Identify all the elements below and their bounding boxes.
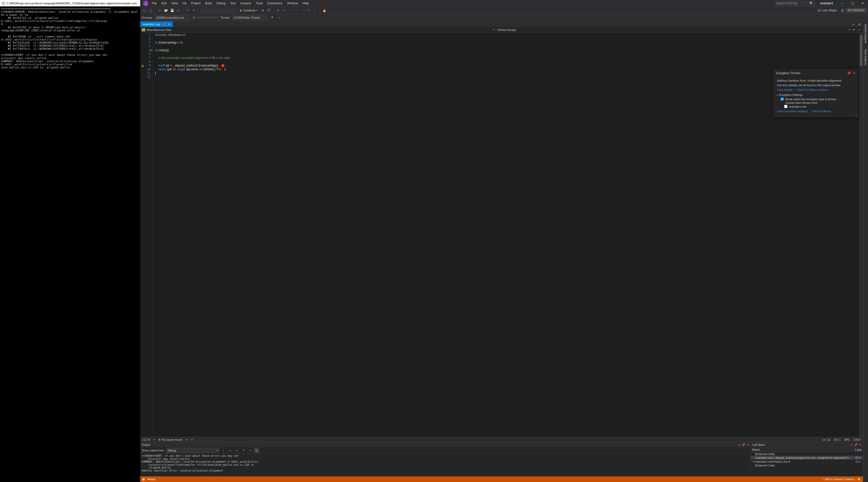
save-all-button[interactable]: 🗃 xyxy=(176,8,181,13)
redo-button[interactable]: ↷ xyxy=(191,8,196,13)
feedback-button[interactable]: 👤 xyxy=(840,8,845,13)
settings-gear-icon[interactable]: ⚙ xyxy=(857,22,862,27)
pin-icon[interactable]: 📌 xyxy=(162,23,166,26)
menu-file[interactable]: File xyxy=(150,1,159,6)
pin-icon[interactable]: 📌 xyxy=(742,443,745,447)
code-area[interactable]: #include <Windows.h>int ExternalAlign = … xyxy=(153,33,859,437)
stop-button[interactable]: ■ xyxy=(282,8,287,13)
tab-example1[interactable]: example1.cpp 📌 ✕ xyxy=(140,22,173,27)
config-dropdown[interactable] xyxy=(200,8,218,13)
except-target-row[interactable]: example1.exe xyxy=(784,105,855,108)
menu-view[interactable]: View xyxy=(169,1,180,6)
live-share-button[interactable]: ⮔ Live Share xyxy=(815,9,839,12)
console-titlebar[interactable]: C:\MSDN\cpp-docs-pr\docs\c-language\ASAN… xyxy=(0,0,140,6)
output-source-dropdown[interactable]: Debug▾ xyxy=(166,448,219,453)
menu-help[interactable]: Help xyxy=(301,1,311,6)
platform-dropdown[interactable] xyxy=(219,8,237,13)
output-body[interactable]: ==50984==HINT: if you don't care about t… xyxy=(140,453,750,476)
callstack-row[interactable]: [External Code] xyxy=(751,452,863,456)
close-button[interactable]: ✕ xyxy=(859,1,866,6)
except-target-checkbox[interactable] xyxy=(784,105,787,108)
callstack-row[interactable]: example1.exe!_aligned_malloc(unsigned in… xyxy=(751,456,863,459)
prev-button[interactable]: ≡ xyxy=(234,448,239,453)
zoom-dropdown-icon[interactable]: ▾ xyxy=(154,439,155,441)
menu-edit[interactable]: Edit xyxy=(159,1,169,6)
debug-process-button[interactable]: 🗔 xyxy=(266,8,271,13)
autoscroll-button[interactable]: ⎘ xyxy=(254,448,259,453)
show-next-statement-button[interactable]: → xyxy=(294,8,299,13)
notifications-button[interactable]: 🔔 xyxy=(857,478,861,481)
menu-git[interactable]: Git xyxy=(181,1,188,6)
menu-extensions[interactable]: Extensions xyxy=(266,1,284,6)
callstack-row[interactable]: ➲example1.exe!main() Line 9C++ xyxy=(751,459,863,463)
open-button[interactable]: 📂 xyxy=(163,8,168,13)
callstack-row[interactable]: [External Code] xyxy=(751,463,863,467)
nav-next-issue[interactable]: ▶ xyxy=(191,438,193,441)
continue-button[interactable]: ▶ Continue ▾ xyxy=(238,9,259,12)
stack-frame-button[interactable]: ≡ xyxy=(277,15,282,20)
panel-dropdown-icon[interactable]: ▾ xyxy=(851,443,852,447)
search-box[interactable]: Search (Ctrl+Q) 🔍 xyxy=(774,1,815,6)
flag-button[interactable]: ⚑ xyxy=(270,15,275,20)
menu-analyze[interactable]: Analyze xyxy=(238,1,253,6)
nav-prev-issue[interactable]: ◀ xyxy=(186,438,188,441)
tabs-dropdown-button[interactable]: ▾ xyxy=(851,22,856,27)
team-explorer-tab[interactable]: Team Explorer xyxy=(864,48,867,67)
menu-window[interactable]: Window xyxy=(285,1,300,6)
debug-target-button[interactable]: 🖥 xyxy=(260,8,265,13)
restart-button[interactable]: ↻ xyxy=(288,8,293,13)
code-editor[interactable]: 123456789101112 #include <Windows.h>int … xyxy=(140,33,863,437)
menu-build[interactable]: Build xyxy=(203,1,214,6)
minimize-button[interactable]: ─ xyxy=(838,1,846,6)
start-liveshare-link[interactable]: Start Live Share session... xyxy=(797,88,830,91)
console-output[interactable]: ========================================… xyxy=(0,6,140,482)
solution-explorer-tab[interactable]: Solution Explorer xyxy=(864,23,867,45)
copy-details-link[interactable]: Copy Details xyxy=(777,88,793,91)
eol-indicator[interactable]: CRLF xyxy=(854,438,861,441)
vertical-scrollbar[interactable] xyxy=(859,33,863,437)
edit-conditions-link[interactable]: Edit Conditions xyxy=(812,110,831,113)
thread-dropdown[interactable]: [11204] Main Thread xyxy=(232,15,268,20)
new-item-button[interactable]: 🗋 xyxy=(157,8,162,13)
close-icon[interactable]: ✕ xyxy=(853,71,856,75)
maximize-button[interactable]: ▢ xyxy=(849,1,856,6)
menu-project[interactable]: Project xyxy=(189,1,203,6)
issues-text[interactable]: No issues found xyxy=(162,438,182,441)
line-indicator[interactable]: Ln: 12 xyxy=(823,438,831,441)
step-over-button[interactable]: ↷ xyxy=(306,8,311,13)
nav-scope-dropdown[interactable]: (Global Scope) ▾ xyxy=(496,27,852,32)
nav-add-button[interactable]: + xyxy=(857,27,863,32)
menu-test[interactable]: Test xyxy=(228,1,238,6)
clear-button[interactable]: ✕ xyxy=(241,448,246,453)
undo-button[interactable]: ↶ xyxy=(185,8,190,13)
lifecycle-events-button[interactable]: ▣ Lifecycle Events ▾ xyxy=(192,16,218,19)
find-button[interactable]: │ xyxy=(221,448,226,453)
zoom-level[interactable]: 111 % xyxy=(142,438,150,441)
save-button[interactable]: 💾 xyxy=(169,8,175,13)
panel-dropdown-icon[interactable]: ▾ xyxy=(739,443,740,447)
nav-fwd-button[interactable]: ◯ xyxy=(148,8,153,13)
process-dropdown[interactable]: [50984] example1.exe xyxy=(155,15,190,20)
open-exception-settings-link[interactable]: Open Exception Settings xyxy=(777,110,808,113)
goto-button[interactable]: ≡ xyxy=(228,448,233,453)
pin-icon[interactable]: 📌 xyxy=(847,71,851,75)
close-tab-icon[interactable]: ✕ xyxy=(168,23,170,26)
break-checkbox[interactable] xyxy=(781,97,784,101)
nav-split-button[interactable]: ▾ xyxy=(852,27,857,32)
wrap-button[interactable]: ≡ xyxy=(248,448,253,453)
step-out-button[interactable]: ↑ xyxy=(312,8,317,13)
hot-reload-button[interactable]: 🔥 xyxy=(322,8,327,13)
menu-tools[interactable]: Tools xyxy=(254,1,265,6)
close-icon[interactable]: ✕ xyxy=(859,443,861,447)
exception-settings-header[interactable]: Exception Settings xyxy=(777,93,855,96)
step-into-button[interactable]: ↓ xyxy=(300,8,305,13)
pin-icon[interactable]: 📌 xyxy=(854,443,858,447)
nav-project-dropdown[interactable]: Miscellaneous Files ▾ xyxy=(140,27,496,32)
scrollbar-thumb[interactable] xyxy=(860,35,862,66)
close-icon[interactable]: ✕ xyxy=(747,443,749,447)
indent-indicator[interactable]: SPC xyxy=(844,438,850,441)
menu-debug[interactable]: Debug xyxy=(214,1,227,6)
callstack-body[interactable]: [External Code]example1.exe!_aligned_mal… xyxy=(751,452,863,476)
source-control-button[interactable]: ↑ Add to Source Control ▴ xyxy=(823,478,855,481)
nav-back-button[interactable]: ◯ xyxy=(142,8,147,13)
